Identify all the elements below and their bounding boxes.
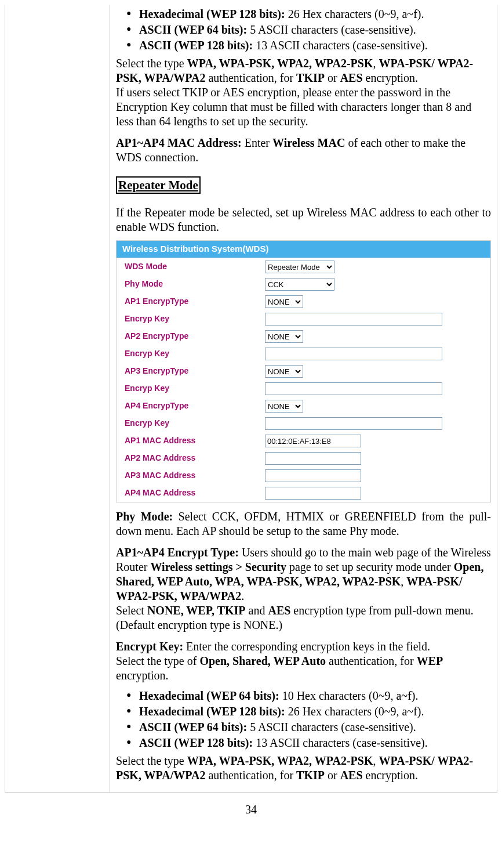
bullet-text: 5 ASCII characters (case-sensitive).: [247, 23, 416, 36]
wds-mode-label: WDS Mode: [125, 262, 265, 272]
ap1-encryptype-select[interactable]: NONE: [265, 295, 303, 308]
ap1-encryptype-control: NONE: [265, 295, 482, 308]
text: page to set up security mode under: [286, 560, 454, 573]
ap4-encryptype-select[interactable]: NONE: [265, 400, 303, 413]
text: ,: [373, 754, 379, 767]
text: Select the type of: [116, 654, 199, 667]
top-bullet-list: Hexadecimal (WEP 128 bits): 26 Hex chara…: [116, 7, 491, 53]
text-bold: NONE, WEP, TKIP: [147, 604, 246, 617]
ap1-mac-label: AP1 MAC Address: [125, 436, 265, 446]
phy-mode-select[interactable]: CCK: [265, 278, 334, 291]
bullet-text: 5 ASCII characters (case-sensitive).: [247, 721, 416, 733]
ap2-mac-input[interactable]: [265, 452, 361, 465]
text: If users select TKIP or AES encryption, …: [116, 86, 471, 128]
ap2-encryp-key-input[interactable]: [265, 348, 442, 360]
paragraph-macaddr: AP1~AP4 MAC Address: Enter Wireless MAC …: [116, 136, 491, 165]
text-bold: AP1~AP4 Encrypt Type:: [116, 546, 239, 559]
text-bold: Phy Mode:: [116, 510, 173, 523]
text-bold: TKIP: [296, 71, 325, 84]
wds-row-key2: Encryp Key: [117, 345, 490, 363]
paragraph-encrypt-type: AP1~AP4 Encrypt Type: Users should go to…: [116, 545, 491, 632]
encryp-key-label: Encryp Key: [125, 349, 265, 359]
wds-row-key4: Encryp Key: [117, 415, 490, 432]
repeater-mode-heading: Repeater Mode: [116, 176, 201, 194]
paragraph-encrypt-key: Encrypt Key: Enter the corresponding enc…: [116, 639, 491, 683]
ap1-mac-control: [265, 435, 482, 447]
text-bold: AES: [340, 71, 363, 84]
page-number: 34: [0, 803, 502, 821]
ap3-encryptype-select[interactable]: NONE: [265, 365, 303, 378]
bullet-text: 26 Hex characters (0~9, a~f).: [285, 8, 424, 20]
text: encryption.: [363, 769, 419, 782]
ap2-mac-control: [265, 452, 482, 465]
ap4-mac-control: [265, 487, 482, 500]
text-bold: AES: [268, 604, 290, 617]
text: Select the type: [116, 57, 187, 70]
ap3-mac-input[interactable]: [265, 469, 361, 482]
bullet-strong: Hexadecimal (WEP 64 bits):: [139, 689, 279, 702]
ap1-encryptype-label: AP1 EncrypType: [125, 296, 265, 307]
ap2-mac-label: AP2 MAC Address: [125, 453, 265, 464]
text: Select the type: [116, 754, 187, 767]
phy-mode-label: Phy Mode: [125, 279, 265, 290]
text-bold: Wireless settings > Security: [150, 560, 286, 573]
ap4-encryptype-control: NONE: [265, 400, 482, 413]
encryp-key-control: [265, 382, 482, 395]
ap3-encryptype-control: NONE: [265, 365, 482, 378]
paragraph-auth-bottom: Select the type WPA, WPA-PSK, WPA2, WPA2…: [116, 754, 491, 783]
ap4-encryptype-label: AP4 EncrypType: [125, 401, 265, 411]
text: encryption.: [363, 71, 419, 84]
text: authentication, for: [205, 769, 296, 782]
ap4-mac-label: AP4 MAC Address: [125, 488, 265, 498]
left-column: [5, 5, 110, 792]
encryp-key-label: Encryp Key: [125, 418, 265, 429]
paragraph-phy-mode: Phy Mode: Select CCK, OFDM, HTMIX or GRE…: [116, 509, 491, 538]
bullet-text: 13 ASCII characters (case-sensitive).: [253, 736, 428, 749]
wds-row-key3: Encryp Key: [117, 380, 490, 397]
phy-mode-control: CCK: [265, 278, 482, 291]
wds-panel: Wireless Distribution System(WDS) WDS Mo…: [116, 240, 491, 502]
wds-panel-title: Wireless Distribution System(WDS): [117, 241, 490, 258]
text-bold: Encrypt Key:: [116, 640, 183, 653]
ap3-mac-control: [265, 469, 482, 482]
encryp-key-control: [265, 348, 482, 360]
ap2-encryptype-control: NONE: [265, 330, 482, 343]
wds-row-mode: WDS Mode Repeater Mode: [117, 258, 490, 276]
bullet-strong: Hexadecimal (WEP 128 bits):: [139, 705, 285, 718]
wds-row-enc3: AP3 EncrypType NONE: [117, 363, 490, 380]
ap1-encryp-key-input[interactable]: [265, 313, 442, 326]
ap3-encryp-key-input[interactable]: [265, 382, 442, 395]
encryp-key-control: [265, 417, 482, 430]
ap4-encryp-key-input[interactable]: [265, 417, 442, 430]
text: Select: [116, 604, 147, 617]
wds-row-mac4: AP4 MAC Address: [117, 484, 490, 502]
ap1-mac-input[interactable]: [265, 435, 361, 447]
text: authentication, for: [205, 71, 296, 84]
text: .: [241, 589, 244, 602]
encryp-key-label: Encryp Key: [125, 384, 265, 394]
wds-row-enc2: AP2 EncrypType NONE: [117, 328, 490, 345]
text: encryption.: [116, 669, 169, 682]
paragraph-auth-top: Select the type WPA, WPA-PSK, WPA2, WPA2…: [116, 56, 491, 129]
list-item: ASCII (WEP 64 bits): 5 ASCII characters …: [126, 23, 491, 37]
text-bold: AP1~AP4 MAC Address:: [116, 136, 242, 149]
text: authentication, for: [326, 654, 417, 667]
list-item: ASCII (WEP 64 bits): 5 ASCII characters …: [126, 720, 491, 735]
list-item: Hexadecimal (WEP 128 bits): 26 Hex chara…: [126, 704, 491, 719]
bullet-strong: Hexadecimal (WEP 128 bits):: [139, 8, 285, 20]
ap3-mac-label: AP3 MAC Address: [125, 471, 265, 481]
wds-mode-select[interactable]: Repeater Mode: [265, 261, 334, 273]
bullet-text: 26 Hex characters (0~9, a~f).: [285, 705, 424, 718]
bullet-text: 13 ASCII characters (case-sensitive).: [253, 39, 428, 52]
ap2-encryptype-select[interactable]: NONE: [265, 330, 303, 343]
bullet-strong: ASCII (WEP 128 bits):: [139, 39, 253, 52]
wds-mode-control: Repeater Mode: [265, 261, 482, 273]
text-bold: WPA, WPA-PSK, WPA2, WPA2-PSK: [187, 754, 373, 767]
wds-row-key1: Encryp Key: [117, 310, 490, 328]
ap2-encryptype-label: AP2 EncrypType: [125, 331, 265, 342]
ap4-mac-input[interactable]: [265, 487, 361, 500]
text-bold: WPA, WPA-PSK, WPA2, WPA2-PSK: [187, 57, 373, 70]
wds-row-mac2: AP2 MAC Address: [117, 450, 490, 467]
list-item: Hexadecimal (WEP 128 bits): 26 Hex chara…: [126, 7, 491, 21]
wds-row-enc4: AP4 EncrypType NONE: [117, 397, 490, 415]
